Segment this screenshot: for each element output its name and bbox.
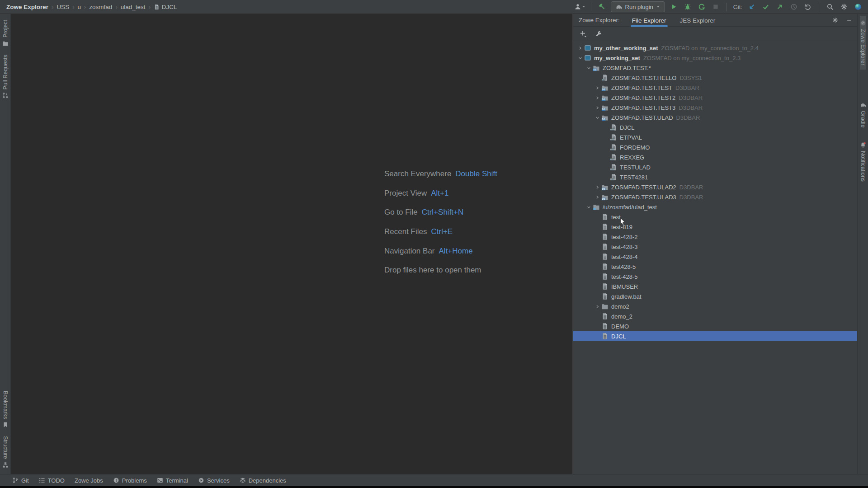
tree-row[interactable]: test428-5 [573, 262, 857, 272]
stripe-item-label: Gradle [860, 111, 866, 128]
profiler-icon [698, 3, 705, 10]
tree-row[interactable]: DEMO [573, 321, 857, 331]
tree-row[interactable]: test [573, 212, 857, 222]
user-account-button[interactable] [575, 1, 585, 12]
breadcrumb-item[interactable]: Zowe Explorer [6, 4, 48, 10]
tree-row[interactable]: my_other_working_setZOSMFAD on my_connec… [573, 43, 857, 53]
breadcrumb-item[interactable]: u [77, 4, 81, 10]
statusbar-item-problems[interactable]: Problems [113, 477, 147, 484]
chevron-down-icon[interactable] [585, 64, 593, 71]
ds-folder-icon: DS [601, 193, 609, 201]
chevron-down-icon[interactable] [585, 203, 593, 211]
add-working-set-button[interactable] [579, 29, 588, 38]
tree-row[interactable]: IBMUSER [573, 282, 857, 291]
tree-row[interactable]: test-428-4 [573, 252, 857, 262]
chevron-spacer [594, 293, 601, 300]
statusbar-item-dependencies[interactable]: Dependencies [240, 477, 286, 484]
debug-button[interactable] [682, 1, 693, 12]
tree-row[interactable]: MEMTESTULAD [573, 162, 857, 172]
stripe-item-pull-requests[interactable]: Pull Requests [2, 51, 9, 103]
tree-item-suffix: D3DBAR [679, 104, 703, 111]
hide-tool-window-button[interactable] [844, 16, 853, 24]
tree-row[interactable]: DSZOSMFAD.TEST.TEST2D3DBAR [573, 93, 857, 103]
chevron-right-icon[interactable] [594, 193, 601, 201]
breadcrumb-item[interactable]: DJCL [154, 4, 177, 10]
tree-row[interactable]: /u/zosmfad/ulad_test [573, 202, 857, 212]
statusbar-item-terminal[interactable]: Terminal [157, 477, 188, 484]
chevron-right-icon[interactable] [594, 303, 601, 310]
stripe-item-bookmarks[interactable]: Bookmarks [2, 387, 9, 432]
tree-row[interactable]: DSZOSMFAD.TEST.ULAD3D3DBAR [573, 192, 857, 202]
chevron-right-icon[interactable] [594, 84, 601, 91]
tree-row[interactable]: DJCL [573, 331, 857, 341]
stripe-item-structure[interactable]: Structure [2, 432, 9, 472]
stripe-item-notifications[interactable]: Notifications [860, 138, 866, 186]
chevron-right-icon[interactable] [594, 183, 601, 191]
tree-row[interactable]: MEMDJCL [573, 122, 857, 132]
git-update-button[interactable] [746, 1, 757, 12]
tree-row[interactable]: gradlew.bat [573, 291, 857, 301]
run-button[interactable] [668, 1, 679, 12]
tree-row[interactable]: DSZOSMFAD.TEST.TEST3D3DBAR [573, 103, 857, 113]
tree-row[interactable]: test-428-3 [573, 242, 857, 252]
breadcrumb-separator: › [72, 4, 74, 10]
chevron-down-icon[interactable] [594, 114, 601, 121]
ds-folder-icon: DS [601, 104, 609, 111]
tree-row[interactable]: DSZOSMFAD.TEST.ULADD3DBAR [573, 113, 857, 122]
search-everywhere-button[interactable] [825, 1, 835, 12]
profile-button[interactable] [696, 1, 707, 12]
statusbar-item-todo[interactable]: TODO [39, 477, 65, 484]
settings-button[interactable] [839, 1, 849, 12]
statusbar-item-zowe-jobs[interactable]: Zowe Jobs [75, 477, 103, 484]
build-button[interactable] [597, 1, 608, 12]
git-rollback-button[interactable] [802, 1, 813, 12]
tree-row[interactable]: DSZOSMFAD.TEST.TESTD3DBAR [573, 83, 857, 93]
breadcrumb-item[interactable]: USS [57, 4, 69, 10]
tree-row[interactable]: MEMREXXEG [573, 152, 857, 162]
tree-row[interactable]: MEMFORDEMO [573, 142, 857, 152]
editor-area[interactable]: Search EverywhereDouble ShiftProject Vie… [11, 14, 572, 474]
statusbar-item-services[interactable]: Services [198, 477, 230, 484]
tree-row[interactable]: demo2 [573, 301, 857, 311]
tree-row[interactable]: DSZOSMFAD.TEST.ULAD2D3DBAR [573, 182, 857, 192]
tab-file-explorer[interactable]: File Explorer [631, 14, 668, 27]
profile-avatar-button[interactable] [853, 1, 863, 12]
tree-item-label: ZOSMFAD.TEST.HELLO [611, 75, 676, 81]
svg-text:MEM: MEM [610, 138, 615, 141]
chevron-right-icon[interactable] [594, 104, 601, 111]
chevron-right-icon[interactable] [594, 94, 601, 101]
chevron-right-icon[interactable] [576, 44, 584, 52]
tab-jes-explorer[interactable]: JES Explorer [679, 14, 717, 27]
run-configuration-combo[interactable]: Run plugin [611, 1, 665, 12]
git-push-button[interactable] [774, 1, 785, 12]
file-icon [601, 273, 609, 280]
stripe-item-label: Structure [2, 436, 9, 459]
tree-row[interactable]: my_working_setZOSMFAD on my_connection_t… [573, 53, 857, 63]
chevron-down-icon[interactable] [576, 54, 584, 61]
statusbar-item-git[interactable]: Git [12, 477, 29, 484]
tree-row[interactable]: test-428-5 [573, 272, 857, 282]
tree-row[interactable]: test-428-2 [573, 232, 857, 242]
stripe-item-zowe-explorer[interactable]: Zowe Explorer [860, 16, 866, 70]
tree-row[interactable]: demo_2 [573, 311, 857, 321]
breadcrumb-label: ulad_test [121, 4, 146, 10]
stripe-item-project[interactable]: Project [2, 16, 9, 51]
tool-window-settings-button[interactable] [831, 16, 839, 24]
tree-row[interactable]: test-819 [573, 222, 857, 232]
git-commit-button[interactable] [760, 1, 771, 12]
chevron-spacer [594, 74, 601, 81]
stripe-item-gradle[interactable]: Gradle [860, 98, 866, 132]
settings-icon [840, 3, 848, 10]
chevron-spacer [594, 283, 601, 290]
wrench-icon [595, 30, 602, 38]
breadcrumb-item[interactable]: ulad_test [121, 4, 146, 10]
tree-row[interactable]: MEMTEST4281 [573, 172, 857, 182]
breadcrumb-item[interactable]: zosmfad [89, 4, 112, 10]
ds-file-icon: DS [601, 74, 609, 81]
tree-row[interactable]: MEMETPVAL [573, 132, 857, 142]
tree-row[interactable]: DSZOSMFAD.TEST.HELLOD3SYS1 [573, 73, 857, 83]
tree-row[interactable]: DSZOSMFAD.TEST.* [573, 63, 857, 73]
edit-working-set-button[interactable] [594, 29, 603, 38]
file-icon [601, 323, 609, 330]
error-icon [113, 477, 119, 483]
